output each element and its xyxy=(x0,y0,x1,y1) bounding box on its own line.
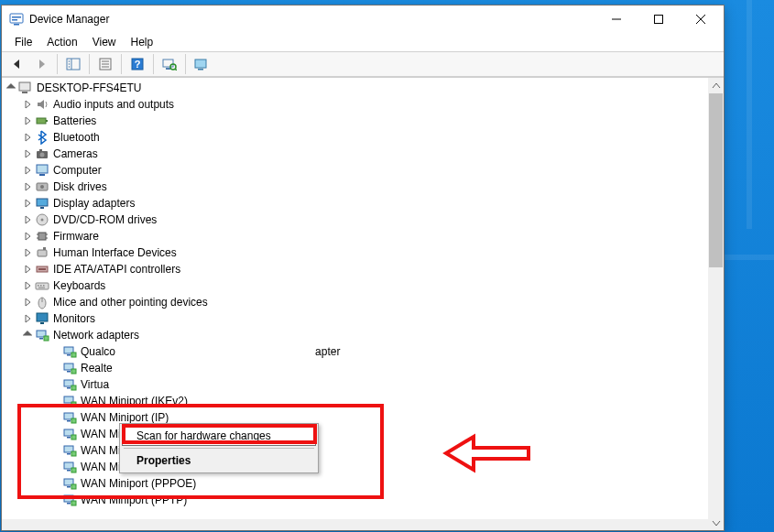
category-label: Audio inputs and outputs xyxy=(53,96,174,113)
display-icon xyxy=(35,196,49,211)
expand-icon[interactable] xyxy=(22,297,33,308)
tree-device[interactable]: WAN Miniport (IP) xyxy=(2,409,724,426)
expand-icon[interactable] xyxy=(22,247,33,258)
tree-category[interactable]: Disk drives xyxy=(2,179,724,195)
svg-rect-87 xyxy=(71,484,76,489)
tree-category[interactable]: Display adapters xyxy=(2,195,724,212)
svg-rect-56 xyxy=(37,313,48,321)
tree-category[interactable]: Audio inputs and outputs xyxy=(2,96,724,113)
scroll-thumb[interactable] xyxy=(709,93,723,267)
svg-rect-80 xyxy=(67,453,71,455)
svg-rect-65 xyxy=(67,371,71,373)
svg-point-39 xyxy=(41,219,44,222)
collapse-icon[interactable] xyxy=(5,82,16,93)
svg-rect-74 xyxy=(67,420,71,422)
scan-hardware-icon[interactable] xyxy=(158,53,180,75)
tree-category[interactable]: Human Interface Devices xyxy=(2,244,724,261)
device-label: WAN Miniport (PPPOE) xyxy=(81,475,196,492)
expand-icon[interactable] xyxy=(22,132,33,143)
svg-rect-23 xyxy=(195,60,206,68)
svg-rect-40 xyxy=(38,233,46,240)
svg-rect-50 xyxy=(38,285,39,287)
tree-device[interactable]: WAN Miniport (IPv6) xyxy=(2,426,724,442)
category-label: Human Interface Devices xyxy=(53,244,177,261)
expand-icon[interactable] xyxy=(22,214,33,225)
tree-category[interactable]: Monitors xyxy=(2,310,724,327)
net-icon xyxy=(62,377,77,392)
svg-rect-27 xyxy=(37,118,46,124)
device-label: WAN Miniport (IKEv2) xyxy=(81,393,188,409)
menu-action[interactable]: Action xyxy=(39,35,84,49)
tree-device[interactable]: WAN Miniport (L2TP) xyxy=(2,442,724,459)
chip-icon xyxy=(35,229,49,244)
scroll-up-button[interactable] xyxy=(708,78,724,93)
tree-device[interactable]: WAN Miniport (PPPOE) xyxy=(2,475,724,492)
tree-category[interactable]: Computer xyxy=(2,162,724,179)
minimize-button[interactable] xyxy=(595,5,638,33)
tree-category[interactable]: Batteries xyxy=(2,113,724,129)
device-label: Realte xyxy=(81,360,113,376)
tree-category[interactable]: Cameras xyxy=(2,146,724,162)
expand-icon[interactable] xyxy=(22,165,33,176)
tree-category-network[interactable]: Network adapters xyxy=(2,327,724,343)
tree-category[interactable]: Firmware xyxy=(2,228,724,244)
devices-by-type-icon[interactable] xyxy=(191,53,213,75)
tree-category[interactable]: Mice and other pointing devices xyxy=(2,294,724,310)
net-icon xyxy=(62,427,77,441)
svg-rect-48 xyxy=(38,268,46,270)
titlebar[interactable]: Device Manager xyxy=(2,5,724,33)
vertical-scrollbar[interactable] xyxy=(708,78,724,530)
expand-icon[interactable] xyxy=(22,264,33,275)
expand-icon[interactable] xyxy=(22,231,33,242)
tree-category[interactable]: DVD/CD-ROM drives xyxy=(2,212,724,228)
svg-rect-52 xyxy=(43,285,45,287)
category-label: Bluetooth xyxy=(53,129,100,146)
svg-rect-5 xyxy=(655,16,663,24)
back-button[interactable] xyxy=(6,53,28,75)
help-icon[interactable]: ? xyxy=(126,53,148,75)
tree-device[interactable]: Virtua xyxy=(2,376,724,393)
category-label: Batteries xyxy=(53,113,96,129)
expand-icon[interactable] xyxy=(22,181,33,192)
expand-icon[interactable] xyxy=(22,115,33,126)
forward-button[interactable] xyxy=(30,53,52,75)
tree-category[interactable]: Keyboards xyxy=(2,277,724,294)
disc-icon xyxy=(35,212,49,227)
menu-help[interactable]: Help xyxy=(124,35,161,49)
tree-device[interactable]: WAN Miniport (IKEv2) xyxy=(2,393,724,409)
tree-category[interactable]: IDE ATA/ATAPI controllers xyxy=(2,261,724,277)
show-hide-console-icon[interactable] xyxy=(62,53,84,75)
tree-category[interactable]: Bluetooth xyxy=(2,129,724,146)
svg-point-35 xyxy=(40,185,44,189)
svg-point-12 xyxy=(69,66,71,68)
tree-device[interactable]: Realte xyxy=(2,360,724,376)
close-button[interactable] xyxy=(680,5,722,33)
tree-device[interactable]: Qualcoapter xyxy=(2,343,724,360)
category-label: Disk drives xyxy=(53,179,107,195)
device-label: Qualco xyxy=(81,343,115,360)
expand-icon[interactable] xyxy=(22,313,33,324)
context-properties[interactable]: Properties xyxy=(122,451,316,471)
category-label: Monitors xyxy=(53,310,95,327)
expand-icon[interactable] xyxy=(22,280,33,291)
tree-device[interactable]: WAN Miniport (PPTP) xyxy=(2,492,724,508)
scroll-down-button[interactable] xyxy=(708,515,724,530)
svg-rect-53 xyxy=(38,288,45,288)
expand-icon[interactable] xyxy=(22,198,33,209)
maximize-button[interactable] xyxy=(638,5,680,33)
expand-icon[interactable] xyxy=(22,99,33,110)
svg-rect-1 xyxy=(12,16,21,18)
svg-rect-68 xyxy=(67,387,71,389)
context-scan-hardware[interactable]: Scan for hardware changes xyxy=(122,426,316,446)
properties-icon[interactable] xyxy=(94,53,116,75)
category-label: Cameras xyxy=(53,146,98,162)
svg-line-22 xyxy=(175,69,177,71)
collapse-icon[interactable] xyxy=(22,330,33,341)
menu-file[interactable]: File xyxy=(7,35,39,49)
tree-root[interactable]: DESKTOP-FFS4ETU xyxy=(2,80,724,96)
svg-rect-71 xyxy=(67,404,71,406)
menu-view[interactable]: View xyxy=(85,35,124,49)
tree-device[interactable]: WAN Miniport (Network Monitor) xyxy=(2,459,724,475)
expand-icon[interactable] xyxy=(22,148,33,159)
ide-icon xyxy=(35,262,49,277)
